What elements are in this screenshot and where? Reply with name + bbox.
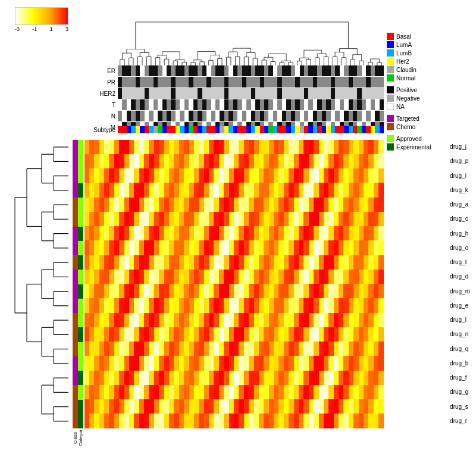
annot-cell [344, 99, 348, 110]
subtype-cell [158, 126, 162, 133]
annot-cell [308, 88, 312, 99]
annot-cell [242, 65, 246, 76]
annot-cell [140, 99, 144, 110]
annot-cell [122, 65, 126, 76]
annot-cell [193, 88, 198, 99]
legend-item: Chemo [387, 123, 473, 130]
annot-cell [224, 65, 228, 76]
annot-cell [224, 111, 228, 121]
annot-cell [304, 111, 308, 121]
annot-cell [211, 88, 215, 99]
approval-cell [78, 212, 83, 226]
annot-cell [295, 88, 299, 99]
annot-cell [140, 88, 144, 99]
drug-label-drug_r: drug_r [450, 418, 470, 424]
annot-cell [273, 88, 277, 99]
class-type-cell [73, 356, 78, 371]
annot-cell [268, 77, 273, 87]
annot-cell [127, 77, 131, 87]
legend-section: BasalLumALumBHer2ClaudinNormal [387, 33, 473, 82]
annot-cell [127, 88, 131, 99]
drug-label-drug_d: drug_d [450, 274, 470, 280]
annot-cell [202, 88, 206, 99]
annot-cell [118, 77, 122, 87]
annot-cell [136, 65, 140, 76]
annot-cell [344, 77, 348, 87]
legend-color-box [387, 143, 394, 151]
annot-cell [268, 65, 273, 76]
class-type-cell [73, 313, 78, 327]
approval-cell [78, 198, 83, 212]
annot-cell [180, 65, 184, 76]
subtype-cell [184, 126, 189, 133]
annot-cell [326, 77, 330, 87]
annot-cell [260, 65, 264, 76]
annot-cell [268, 99, 273, 110]
annot-cell [300, 99, 304, 110]
annot-cell [313, 99, 317, 110]
annot-cell [122, 99, 126, 110]
legend-item: Experimental [387, 143, 473, 151]
legend-color-box [387, 33, 394, 40]
annot-cell [295, 65, 299, 76]
annot-cell [286, 99, 290, 110]
annot-cell [362, 88, 366, 99]
legend-section: PositiveNegativeNA [387, 86, 473, 110]
annot-cell [220, 65, 224, 76]
annot-cell [158, 99, 162, 110]
annot-cell [118, 111, 122, 121]
annot-cell [291, 77, 295, 87]
drug-label-drug_h: drug_h [450, 231, 470, 237]
annot-cell [380, 88, 384, 99]
annot-cell [349, 99, 353, 110]
annot-cell [282, 77, 286, 87]
class-category-column [73, 140, 83, 428]
approval-cell [78, 342, 83, 356]
annot-cell [171, 77, 175, 87]
annot-cell [122, 88, 126, 99]
annot-cell [131, 88, 135, 99]
class-type-cell [73, 212, 78, 226]
annot-cell [162, 111, 167, 121]
annot-cell [122, 111, 126, 121]
annot-cell [127, 65, 131, 76]
legend-item: Negative [387, 95, 473, 102]
subtype-cell [308, 126, 312, 133]
legend-item: Positive [387, 86, 473, 93]
legend-item: LumA [387, 41, 473, 48]
annot-cell [349, 65, 353, 76]
color-label-mid1: -1 [32, 26, 37, 32]
annot-cell [228, 88, 233, 99]
annot-cell [154, 65, 158, 76]
annot-cell [215, 99, 220, 110]
annot-cell [260, 111, 264, 121]
annot-cell [198, 77, 202, 87]
annot-cell [371, 77, 375, 87]
annot-cell [242, 88, 246, 99]
annot-cell [366, 99, 370, 110]
annot-cell [158, 111, 162, 121]
annot-cell [189, 111, 193, 121]
annot-cell [273, 111, 277, 121]
annot-cell [357, 88, 361, 99]
annot-cell [313, 111, 317, 121]
annot-cell [206, 88, 211, 99]
annot-cell [189, 88, 193, 99]
annot-cell [127, 99, 131, 110]
annot-cell [313, 88, 317, 99]
annot-cell [211, 77, 215, 87]
annot-label-her2: HER2 [88, 90, 118, 97]
annot-cell [131, 65, 135, 76]
drug-label-drug_n: drug_n [450, 331, 470, 337]
annot-cell [251, 77, 255, 87]
annot-cell [198, 65, 202, 76]
subtype-cell [344, 126, 348, 133]
subtype-cell [233, 126, 237, 133]
subtype-cell [237, 126, 242, 133]
annot-cell [260, 77, 264, 87]
col-dendrogram-svg [118, 21, 384, 68]
annot-cell [149, 77, 153, 87]
annot-cell [158, 65, 162, 76]
subtype-cell [295, 126, 299, 133]
annot-cell [251, 65, 255, 76]
